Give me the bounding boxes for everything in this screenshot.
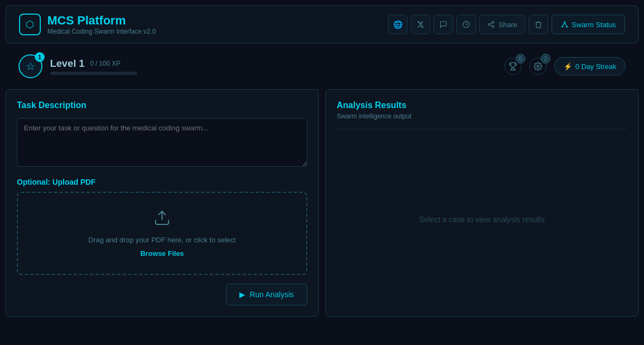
app-subtitle: Medical Coding Swarm Interface v2.0 xyxy=(47,28,156,35)
clock-icon-button[interactable] xyxy=(456,15,476,34)
swarm-status-button[interactable]: Swarm Status xyxy=(552,15,625,34)
level-label: Level 1 xyxy=(50,58,84,70)
level-number: 1 xyxy=(35,52,45,62)
run-label: Run Analysis xyxy=(250,290,294,299)
level-details: Level 1 0 / 100 XP xyxy=(50,58,137,75)
upload-zone[interactable]: Drag and drop your PDF here, or click to… xyxy=(17,192,307,275)
run-icon: ▶ xyxy=(239,290,245,299)
trophy-icon-wrap: 0 xyxy=(504,58,522,75)
results-panel: Analysis Results Swarm intelligence outp… xyxy=(325,89,639,317)
streak-button[interactable]: ⚡ 0 Day Streak xyxy=(554,57,626,76)
svg-line-5 xyxy=(490,23,492,24)
brand-text: MCS Platform Medical Coding Swarm Interf… xyxy=(47,14,156,35)
task-textarea[interactable] xyxy=(17,118,307,167)
header-actions: 🌐 Share Swarm Status xyxy=(388,15,625,34)
chat-icon-button[interactable] xyxy=(434,15,453,34)
brand-logo-icon: ⬡ xyxy=(19,14,41,35)
app-title: MCS Platform xyxy=(47,14,156,28)
svg-point-7 xyxy=(562,26,563,27)
star-icon: ☆ xyxy=(26,60,35,73)
main-content: Task Description Optional: Upload PDF Dr… xyxy=(0,89,644,322)
brand-area: ⬡ MCS Platform Medical Coding Swarm Inte… xyxy=(19,14,156,35)
trophy-stat: 0 xyxy=(504,58,522,75)
twitter-icon-button[interactable] xyxy=(411,15,430,34)
task-panel: Task Description Optional: Upload PDF Dr… xyxy=(5,89,319,317)
browse-files-link[interactable]: Browse Files xyxy=(140,249,184,258)
streak-label: 0 Day Streak xyxy=(575,62,616,71)
trophy-count: 0 xyxy=(516,54,525,64)
upload-label: Optional: Upload PDF xyxy=(17,178,307,186)
streak-icon: ⚡ xyxy=(564,62,572,71)
svg-point-3 xyxy=(492,26,494,28)
svg-line-9 xyxy=(562,23,565,26)
svg-point-6 xyxy=(564,22,565,23)
analysis-empty-message: Select a case to view analysis results xyxy=(337,138,627,301)
svg-point-2 xyxy=(488,23,491,26)
trash-icon-button[interactable] xyxy=(529,15,548,34)
results-panel-subtitle: Swarm intelligence output xyxy=(337,112,627,120)
task-panel-title: Task Description xyxy=(17,101,307,110)
svg-point-11 xyxy=(537,65,539,67)
level-bar: ☆ 1 Level 1 0 / 100 XP 0 2 xyxy=(5,49,639,84)
upload-icon xyxy=(153,209,171,230)
run-analysis-wrap: ▶ Run Analysis xyxy=(17,284,307,305)
header: ⬡ MCS Platform Medical Coding Swarm Inte… xyxy=(5,5,639,43)
run-analysis-button[interactable]: ▶ Run Analysis xyxy=(226,284,307,305)
results-panel-title: Analysis Results xyxy=(337,101,627,110)
gear-icon-wrap: 2 xyxy=(529,58,547,75)
upload-drag-text: Drag and drop your PDF here, or click to… xyxy=(89,236,236,244)
xp-text: 0 / 100 XP xyxy=(90,60,120,67)
share-button[interactable]: Share xyxy=(479,15,525,34)
svg-line-10 xyxy=(565,23,567,26)
svg-point-1 xyxy=(492,21,494,23)
xp-bar-track xyxy=(50,72,137,75)
results-divider xyxy=(337,129,627,129)
gear-stat: 2 xyxy=(529,58,547,75)
svg-point-8 xyxy=(566,26,567,27)
globe-icon-button[interactable]: 🌐 xyxy=(388,15,407,34)
level-badge: ☆ 1 xyxy=(18,54,42,78)
gear-count: 2 xyxy=(541,54,550,64)
svg-line-4 xyxy=(490,25,492,26)
level-stats: 0 2 ⚡ 0 Day Streak xyxy=(504,57,626,76)
level-info: ☆ 1 Level 1 0 / 100 XP xyxy=(18,54,137,78)
